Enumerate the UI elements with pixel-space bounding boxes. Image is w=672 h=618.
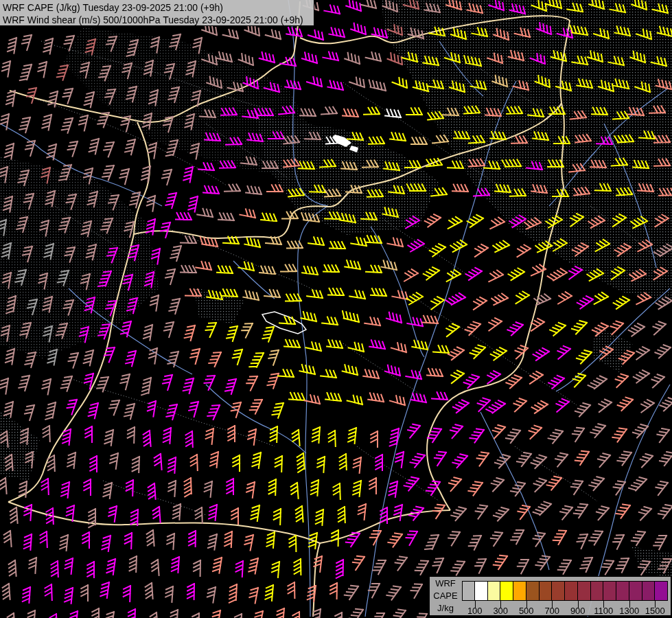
legend-tick-label: 900	[564, 606, 592, 616]
legend-tick-label: 700	[538, 606, 566, 616]
legend-cell	[565, 581, 578, 601]
legend-title-units: J/kg	[430, 602, 461, 615]
legend-tick-label: 500	[513, 606, 540, 616]
legend-cell	[500, 581, 513, 601]
legend-tick-label: 1100	[590, 606, 617, 616]
title-line-2: WRF Wind shear (m/s) 500/1000hPa Tuesday…	[3, 14, 314, 26]
title-line-1: WRF CAPE (J/kg) Tuesday 23-09-2025 21:00…	[3, 1, 314, 14]
legend-title-variable: CAPE	[430, 590, 461, 602]
legend-cell	[462, 581, 475, 601]
legend-cell	[540, 581, 553, 601]
legend-cell	[655, 581, 668, 601]
legend-tick-label: 1500	[641, 606, 669, 616]
map-canvas	[0, 0, 672, 618]
legend-cell	[475, 581, 488, 601]
legend-cell	[513, 581, 526, 601]
legend-cell	[616, 581, 629, 601]
legend-tick-label: 100	[461, 606, 489, 616]
legend-title-model: WRF	[430, 577, 461, 590]
legend-colorbar	[462, 581, 668, 601]
weather-map-screenshot: WRF CAPE (J/kg) Tuesday 23-09-2025 21:00…	[0, 0, 672, 618]
title-overlay: WRF CAPE (J/kg) Tuesday 23-09-2025 21:00…	[0, 0, 314, 26]
legend-cell	[591, 581, 604, 601]
legend-cell	[552, 581, 565, 601]
legend-cell	[603, 581, 616, 601]
legend-cell	[629, 581, 642, 601]
legend-tick-label: 1300	[616, 606, 643, 616]
legend-cell	[578, 581, 591, 601]
legend-cell	[642, 581, 656, 601]
legend-title: WRF CAPE J/kg	[430, 577, 461, 615]
legend-tick-label: 300	[487, 606, 514, 616]
cape-legend: WRF CAPE J/kg 10030050070090011001300150…	[429, 576, 671, 616]
legend-cell	[488, 581, 501, 601]
legend-cell	[526, 581, 540, 601]
